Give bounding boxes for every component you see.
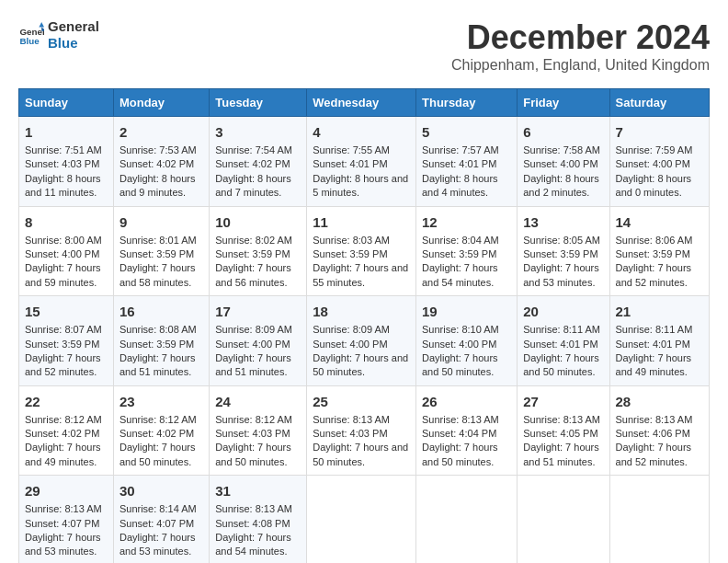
calendar-cell: 2Sunrise: 7:53 AMSunset: 4:02 PMDaylight… xyxy=(113,117,209,207)
sunrise-text: Sunrise: 7:54 AM xyxy=(215,144,292,155)
sunset-text: Sunset: 4:02 PM xyxy=(119,428,194,439)
daylight-text: Daylight: 7 hours and 50 minutes. xyxy=(119,442,196,466)
daylight-text: Daylight: 7 hours and 54 minutes. xyxy=(422,262,498,287)
calendar-cell: 18Sunrise: 8:09 AMSunset: 4:00 PMDayligh… xyxy=(307,296,416,386)
day-number: 29 xyxy=(25,481,108,500)
calendar-cell: 17Sunrise: 8:09 AMSunset: 4:00 PMDayligh… xyxy=(210,296,307,386)
sunset-text: Sunset: 3:59 PM xyxy=(523,248,597,259)
sunrise-text: Sunrise: 8:10 AM xyxy=(422,324,499,335)
daylight-text: Daylight: 7 hours and 52 minutes. xyxy=(616,262,692,287)
calendar-cell: 14Sunrise: 8:06 AMSunset: 3:59 PMDayligh… xyxy=(609,206,709,296)
calendar-cell: 30Sunrise: 8:14 AMSunset: 4:07 PMDayligh… xyxy=(113,476,209,563)
day-number: 4 xyxy=(313,122,410,142)
day-number: 17 xyxy=(215,302,301,321)
calendar-cell: 21Sunrise: 8:11 AMSunset: 4:01 PMDayligh… xyxy=(609,296,709,386)
daylight-text: Daylight: 8 hours and 11 minutes. xyxy=(25,173,101,198)
day-number: 12 xyxy=(422,213,511,232)
sunset-text: Sunset: 4:01 PM xyxy=(422,158,496,169)
col-header-thursday: Thursday xyxy=(416,89,518,117)
calendar-cell: 11Sunrise: 8:03 AMSunset: 3:59 PMDayligh… xyxy=(307,206,416,296)
calendar-cell: 26Sunrise: 8:13 AMSunset: 4:04 PMDayligh… xyxy=(416,385,518,476)
col-header-friday: Friday xyxy=(518,89,609,117)
sunrise-text: Sunrise: 8:05 AM xyxy=(523,235,600,246)
sunrise-text: Sunrise: 8:13 AM xyxy=(616,414,693,425)
daylight-text: Daylight: 8 hours and 5 minutes. xyxy=(313,173,408,198)
calendar-cell: 4Sunrise: 7:55 AMSunset: 4:01 PMDaylight… xyxy=(307,117,416,207)
col-header-saturday: Saturday xyxy=(609,89,709,117)
day-number: 23 xyxy=(119,392,203,411)
sunset-text: Sunset: 4:07 PM xyxy=(25,518,99,529)
sunset-text: Sunset: 4:02 PM xyxy=(119,158,194,169)
calendar-cell: 23Sunrise: 8:12 AMSunset: 4:02 PMDayligh… xyxy=(113,385,209,476)
sunset-text: Sunset: 4:00 PM xyxy=(313,339,387,350)
day-number: 13 xyxy=(523,213,603,232)
calendar-cell: 7Sunrise: 7:59 AMSunset: 4:00 PMDaylight… xyxy=(609,117,709,207)
sunrise-text: Sunrise: 8:00 AM xyxy=(25,235,102,246)
sunrise-text: Sunrise: 8:04 AM xyxy=(422,235,499,246)
calendar-cell: 1Sunrise: 7:51 AMSunset: 4:03 PMDaylight… xyxy=(19,117,114,207)
daylight-text: Daylight: 7 hours and 53 minutes. xyxy=(523,262,599,287)
daylight-text: Daylight: 7 hours and 50 minutes. xyxy=(422,352,498,377)
sunrise-text: Sunrise: 7:55 AM xyxy=(313,144,390,155)
daylight-text: Daylight: 8 hours and 4 minutes. xyxy=(422,173,498,198)
sunrise-text: Sunrise: 8:13 AM xyxy=(422,414,499,425)
sunset-text: Sunset: 4:02 PM xyxy=(215,158,290,169)
day-number: 14 xyxy=(616,213,703,232)
sunset-text: Sunset: 3:59 PM xyxy=(215,248,290,259)
day-number: 8 xyxy=(25,213,108,232)
col-header-sunday: Sunday xyxy=(19,89,114,117)
week-row-4: 22Sunrise: 8:12 AMSunset: 4:02 PMDayligh… xyxy=(19,385,710,476)
sunset-text: Sunset: 4:03 PM xyxy=(215,428,290,439)
day-number: 18 xyxy=(313,302,410,321)
calendar-cell xyxy=(307,476,416,563)
sunrise-text: Sunrise: 8:09 AM xyxy=(215,324,292,335)
calendar-cell: 24Sunrise: 8:12 AMSunset: 4:03 PMDayligh… xyxy=(210,385,307,476)
daylight-text: Daylight: 8 hours and 9 minutes. xyxy=(119,173,196,198)
day-number: 11 xyxy=(313,213,410,232)
week-row-1: 1Sunrise: 7:51 AMSunset: 4:03 PMDaylight… xyxy=(19,117,710,207)
daylight-text: Daylight: 7 hours and 54 minutes. xyxy=(215,532,291,557)
sunrise-text: Sunrise: 7:59 AM xyxy=(616,144,693,155)
svg-text:Blue: Blue xyxy=(19,36,40,46)
calendar-cell xyxy=(518,476,609,563)
sunrise-text: Sunrise: 8:13 AM xyxy=(25,503,102,514)
calendar-cell: 9Sunrise: 8:01 AMSunset: 3:59 PMDaylight… xyxy=(113,206,209,296)
daylight-text: Daylight: 7 hours and 51 minutes. xyxy=(215,352,291,377)
sunrise-text: Sunrise: 8:13 AM xyxy=(215,503,292,514)
sunrise-text: Sunrise: 8:11 AM xyxy=(523,324,600,335)
sunset-text: Sunset: 4:02 PM xyxy=(25,428,99,439)
sunrise-text: Sunrise: 7:51 AM xyxy=(25,144,102,155)
sunrise-text: Sunrise: 7:57 AM xyxy=(422,144,499,155)
sunset-text: Sunset: 4:00 PM xyxy=(616,158,690,169)
sunset-text: Sunset: 4:03 PM xyxy=(313,428,387,439)
calendar-cell: 8Sunrise: 8:00 AMSunset: 4:00 PMDaylight… xyxy=(19,206,114,296)
sunrise-text: Sunrise: 8:06 AM xyxy=(616,235,693,246)
daylight-text: Daylight: 8 hours and 7 minutes. xyxy=(215,173,291,198)
week-row-5: 29Sunrise: 8:13 AMSunset: 4:07 PMDayligh… xyxy=(19,476,710,563)
calendar-cell: 3Sunrise: 7:54 AMSunset: 4:02 PMDaylight… xyxy=(210,117,307,207)
week-row-2: 8Sunrise: 8:00 AMSunset: 4:00 PMDaylight… xyxy=(19,206,710,296)
calendar-cell: 29Sunrise: 8:13 AMSunset: 4:07 PMDayligh… xyxy=(19,476,114,563)
sunset-text: Sunset: 4:01 PM xyxy=(616,339,690,350)
daylight-text: Daylight: 8 hours and 0 minutes. xyxy=(616,173,692,198)
header: General Blue General Blue December 2024 … xyxy=(18,18,710,74)
sunrise-text: Sunrise: 7:58 AM xyxy=(523,144,600,155)
sunset-text: Sunset: 3:59 PM xyxy=(313,248,387,259)
daylight-text: Daylight: 7 hours and 50 minutes. xyxy=(215,442,291,466)
calendar-cell: 20Sunrise: 8:11 AMSunset: 4:01 PMDayligh… xyxy=(518,296,609,386)
daylight-text: Daylight: 7 hours and 52 minutes. xyxy=(616,442,692,466)
daylight-text: Daylight: 7 hours and 56 minutes. xyxy=(215,262,291,287)
sunrise-text: Sunrise: 8:13 AM xyxy=(523,414,600,425)
sunset-text: Sunset: 4:01 PM xyxy=(523,339,597,350)
calendar-cell: 28Sunrise: 8:13 AMSunset: 4:06 PMDayligh… xyxy=(609,385,709,476)
sunrise-text: Sunrise: 8:02 AM xyxy=(215,235,292,246)
logo-icon: General Blue xyxy=(18,22,44,48)
day-number: 6 xyxy=(523,122,603,142)
sunset-text: Sunset: 3:59 PM xyxy=(422,248,496,259)
sunset-text: Sunset: 4:00 PM xyxy=(422,339,496,350)
day-number: 24 xyxy=(215,392,301,411)
sunrise-text: Sunrise: 8:11 AM xyxy=(616,324,693,335)
sunset-text: Sunset: 3:59 PM xyxy=(616,248,690,259)
sunrise-text: Sunrise: 8:01 AM xyxy=(119,235,197,246)
title-area: December 2024 Chippenham, England, Unite… xyxy=(451,18,710,74)
